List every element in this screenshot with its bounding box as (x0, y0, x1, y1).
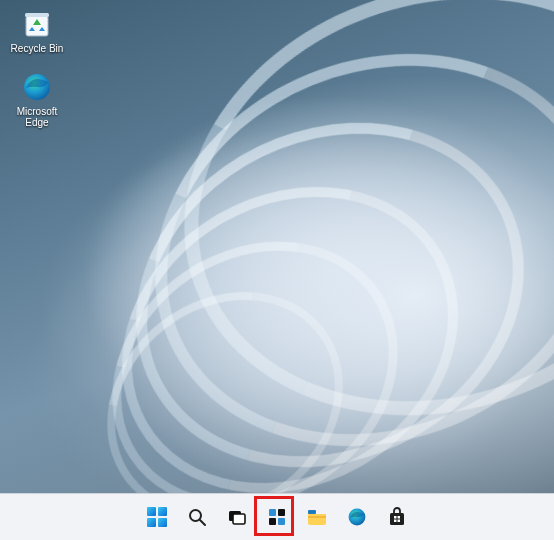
taskbar-task-view-button[interactable] (222, 502, 252, 532)
taskbar-start-button[interactable] (142, 502, 172, 532)
svg-rect-12 (278, 509, 285, 516)
svg-rect-13 (269, 518, 276, 525)
desktop-icon-label: Microsoft Edge (7, 106, 67, 128)
search-icon (187, 507, 207, 527)
taskbar-widgets-button[interactable] (262, 502, 292, 532)
wallpaper-bloom (0, 0, 554, 493)
desktop-icons: Recycle Bin Microsoft Edge (6, 4, 68, 131)
taskbar-center-items (142, 502, 412, 532)
taskbar-search-button[interactable] (182, 502, 212, 532)
recycle-bin-icon (20, 7, 54, 41)
svg-rect-19 (394, 516, 397, 519)
edge-icon (346, 506, 368, 528)
start-icon (146, 506, 168, 528)
svg-rect-22 (398, 520, 401, 523)
task-view-icon (227, 507, 247, 527)
taskbar-store-button[interactable] (382, 502, 412, 532)
svg-rect-4 (158, 507, 167, 516)
svg-rect-10 (233, 514, 245, 524)
svg-rect-14 (278, 518, 285, 525)
taskbar-file-explorer-button[interactable] (302, 502, 332, 532)
widgets-icon (267, 507, 287, 527)
svg-rect-15 (308, 510, 316, 514)
taskbar (0, 493, 554, 540)
svg-rect-18 (390, 513, 404, 525)
svg-rect-1 (25, 13, 49, 17)
desktop-icon-recycle-bin[interactable]: Recycle Bin (6, 4, 68, 57)
svg-rect-3 (147, 507, 156, 516)
svg-rect-6 (158, 518, 167, 527)
svg-rect-5 (147, 518, 156, 527)
svg-rect-20 (398, 516, 401, 519)
svg-rect-21 (394, 520, 397, 523)
edge-icon (20, 70, 54, 104)
taskbar-edge-button[interactable] (342, 502, 372, 532)
desktop-icon-microsoft-edge[interactable]: Microsoft Edge (6, 67, 68, 131)
store-icon (387, 507, 407, 527)
desktop-icon-label: Recycle Bin (11, 43, 64, 54)
file-explorer-icon (306, 507, 328, 527)
desktop[interactable]: Recycle Bin Microsoft Edge (0, 0, 554, 493)
svg-line-8 (200, 520, 205, 525)
svg-rect-16 (308, 516, 326, 518)
svg-rect-11 (269, 509, 276, 516)
